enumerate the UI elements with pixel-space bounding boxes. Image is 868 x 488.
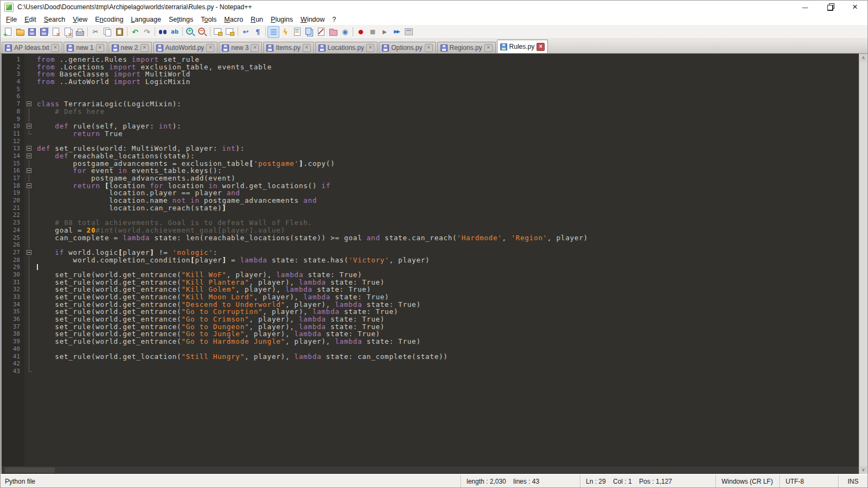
code-line-5[interactable]: [37, 86, 859, 93]
code-line-1[interactable]: from ..generic.Rules import set_rule: [37, 56, 859, 63]
tab-close-icon[interactable]: [51, 44, 59, 52]
code-token[interactable]: 'postgame': [254, 159, 299, 168]
code-token[interactable]: lambda: [240, 256, 267, 264]
code-token[interactable]: 'Region': [511, 234, 547, 242]
code-token[interactable]: location.can_reach(state): [37, 204, 222, 212]
show-indent-guide-icon[interactable]: [267, 26, 279, 38]
tab-autoworld-py[interactable]: AutoWorld.py: [153, 42, 218, 53]
code-token[interactable]: ]: [222, 256, 226, 264]
code-token[interactable]: , player): [547, 234, 588, 242]
fold-collapse-icon[interactable]: [27, 250, 31, 255]
code-token[interactable]: 'Hardmode': [457, 234, 502, 242]
horizontal-scrollbar[interactable]: [2, 466, 859, 474]
document-switcher-icon[interactable]: [303, 26, 315, 38]
code-line-31[interactable]: set_rule(world.get_entrance("Kill Plante…: [37, 279, 859, 286]
code-line-15[interactable]: postgame_advancements = exclusion_table[…: [37, 160, 859, 168]
code-token[interactable]: state.can_reach(: [380, 234, 457, 242]
line-number[interactable]: 24: [2, 227, 20, 234]
code-line-25[interactable]: can_complete = lambda state: len(reachab…: [37, 234, 859, 242]
code-token[interactable]: [37, 130, 73, 138]
tab-locations-py[interactable]: Locations.py: [315, 42, 378, 53]
code-token[interactable]: ..AutoWorld: [55, 78, 113, 86]
code-line-14[interactable]: def reachable_locations(state):: [37, 152, 859, 160]
code-line-29[interactable]: [37, 264, 859, 271]
editor[interactable]: 1234567891011121314151617181920212223242…: [2, 54, 859, 466]
line-number[interactable]: 36: [2, 316, 20, 323]
menu-item-help[interactable]: ?: [329, 15, 340, 24]
fold-collapse-icon[interactable]: [27, 124, 31, 129]
code-line-8[interactable]: # Defs here: [37, 108, 859, 115]
menu-item-view[interactable]: View: [69, 15, 91, 24]
close-button[interactable]: [843, 1, 867, 14]
line-number[interactable]: 32: [2, 286, 20, 293]
code-token[interactable]: =: [227, 256, 240, 264]
tab-close-icon[interactable]: [251, 44, 259, 52]
line-number[interactable]: 30: [2, 271, 20, 279]
fold-collapse-icon[interactable]: [27, 146, 31, 151]
code-token[interactable]: "Go to Hardmode Jungle": [181, 337, 285, 345]
line-number[interactable]: 33: [2, 293, 20, 301]
scroll-up-arrow-icon[interactable]: [859, 54, 867, 62]
line-number[interactable]: 4: [2, 78, 20, 86]
menu-item-settings[interactable]: Settings: [165, 15, 197, 24]
open-file-icon[interactable]: [14, 26, 26, 38]
sync-horizontal-icon[interactable]: [224, 26, 236, 38]
new-file-icon[interactable]: [2, 26, 14, 38]
print-icon[interactable]: [74, 26, 86, 38]
code-token[interactable]: , player),: [285, 337, 335, 345]
scroll-down-arrow-icon[interactable]: [859, 466, 867, 474]
line-number[interactable]: 29: [2, 264, 20, 271]
code-token[interactable]: lambda: [335, 337, 362, 345]
word-wrap-icon[interactable]: ↩: [240, 26, 252, 38]
folder-as-workspace-icon[interactable]: [327, 26, 339, 38]
line-number[interactable]: 43: [2, 368, 20, 375]
save-all-icon[interactable]: [38, 26, 50, 38]
tab-ap-ideas-txt[interactable]: AP Ideas.txt: [2, 42, 62, 53]
macro-run-multiple-icon[interactable]: ▶▶: [391, 26, 403, 38]
tab-close-icon[interactable]: [96, 44, 104, 52]
code-token[interactable]: ):: [173, 122, 182, 130]
status-eol-format[interactable]: Windows (CR LF): [716, 475, 780, 487]
minimize-button[interactable]: [793, 1, 818, 14]
code-line-24[interactable]: goal = 20#int(world.achievement_goal[pla…: [37, 227, 859, 234]
tab-close-icon[interactable]: [425, 44, 433, 52]
macro-save-icon[interactable]: [403, 26, 414, 38]
code-line-34[interactable]: set_rule(world.get_entrance("Descend to …: [37, 301, 859, 309]
zoom-in-icon[interactable]: [184, 26, 196, 38]
line-number[interactable]: 37: [2, 323, 20, 331]
macro-record-icon[interactable]: ●: [355, 26, 367, 38]
replace-icon[interactable]: ab: [169, 26, 181, 38]
find-icon[interactable]: [157, 26, 169, 38]
vertical-scrollbar[interactable]: [859, 54, 867, 474]
line-number[interactable]: 34: [2, 301, 20, 309]
code-line-7[interactable]: class TerrariaLogic(LogicMixin):: [37, 100, 859, 108]
horizontal-scrollbar-thumb[interactable]: [5, 467, 55, 473]
menu-item-encoding[interactable]: Encoding: [91, 15, 127, 24]
line-number[interactable]: 22: [2, 211, 20, 219]
restore-button[interactable]: [818, 1, 843, 14]
menu-item-file[interactable]: File: [2, 15, 21, 24]
code-token[interactable]: return: [73, 130, 100, 138]
line-number[interactable]: 7: [2, 100, 20, 108]
code-line-22[interactable]: [37, 211, 859, 219]
tab-close-icon[interactable]: [484, 44, 493, 52]
menu-item-search[interactable]: Search: [40, 15, 69, 24]
paste-icon[interactable]: [113, 26, 125, 38]
code-token[interactable]: set_rule(world.get_location(: [37, 352, 181, 361]
code-token[interactable]: ):: [235, 144, 245, 152]
macro-play-icon[interactable]: ▶: [379, 26, 391, 38]
menu-item-edit[interactable]: Edit: [21, 15, 40, 24]
code-token[interactable]: lambda: [295, 352, 322, 361]
code-token[interactable]: "Still Hungry": [181, 352, 245, 361]
code-line-33[interactable]: set_rule(world.get_entrance("Kill Moon L…: [37, 293, 859, 301]
text-editing-area[interactable]: from ..generic.Rules import set_rulefrom…: [35, 54, 859, 466]
code-line-37[interactable]: set_rule(world.get_entrance("Go to Dunge…: [37, 323, 859, 331]
line-number[interactable]: 9: [2, 115, 20, 123]
code-line-30[interactable]: set_rule(world.get_entrance("Kill WoF", …: [37, 271, 859, 279]
line-number[interactable]: 40: [2, 345, 20, 353]
notepadpp-icon[interactable]: [4, 3, 14, 12]
code-token[interactable]: if: [322, 182, 331, 190]
code-line-26[interactable]: [37, 241, 859, 249]
line-number[interactable]: 16: [2, 167, 20, 175]
status-insert-mode[interactable]: INS: [838, 475, 867, 487]
